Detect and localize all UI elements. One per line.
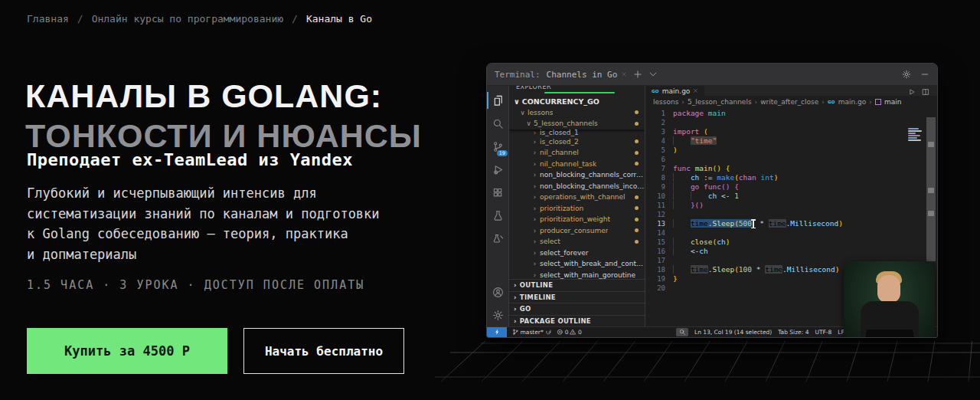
new-terminal-icon[interactable]	[633, 70, 642, 79]
crumb-folder[interactable]: write_after_close	[760, 98, 818, 106]
zoom-indicator[interactable]	[676, 328, 688, 336]
tree-item-5_lesson_channels[interactable]: ∨5_lesson_channels	[509, 118, 645, 130]
go-file-icon: GO	[828, 100, 835, 104]
tree-item-select_forever[interactable]: ›select_forever	[509, 248, 645, 259]
code-line[interactable]: 4 "time"	[645, 136, 937, 146]
remote-indicator[interactable]	[487, 327, 507, 337]
line-number: 3	[645, 127, 673, 136]
search-activity-button[interactable]	[487, 112, 508, 135]
chevron-right-icon: ›	[532, 260, 537, 267]
explorer-activity-button[interactable]	[487, 89, 508, 112]
sidebar-section-go[interactable]: ›GO	[509, 303, 645, 315]
minimize-icon[interactable]	[920, 70, 929, 79]
tree-item-label: prioritization	[540, 205, 583, 212]
close-icon[interactable]	[621, 71, 627, 77]
tree-item-label: is_closed_1	[540, 130, 579, 136]
code-line[interactable]: 9 go func() {	[645, 182, 937, 192]
code-line[interactable]: 16 <-ch	[645, 247, 937, 256]
code-line[interactable]: 10 ch <- 1	[645, 192, 937, 201]
workspace-root-folder[interactable]: ∨ CONCURRENCY_GO	[509, 96, 645, 107]
extensions-activity-button[interactable]	[487, 181, 508, 204]
tree-item-prioritization[interactable]: ›prioritization	[509, 203, 645, 215]
code-line[interactable]: 11 }()	[645, 201, 937, 210]
code-line[interactable]: 15 close(ch)	[645, 238, 937, 247]
code-line[interactable]: 8 ch := make(chan int)	[645, 173, 937, 182]
code-line[interactable]: 2	[645, 118, 937, 127]
code-line[interactable]: 7func main() {	[645, 164, 937, 173]
tree-item-non_blocking_channels_correct[interactable]: ›non_blocking_channels_correct	[509, 169, 645, 181]
testing-activity-button[interactable]	[487, 204, 508, 227]
tree-item-producer_consumer[interactable]: ›producer_consumer	[509, 225, 645, 237]
symbol-cube-icon	[875, 99, 881, 105]
tab-size[interactable]: Tab Size: 4	[778, 329, 808, 336]
encoding[interactable]: UTF-8	[815, 329, 831, 336]
code-line[interactable]: 1package main	[645, 109, 937, 118]
code-line[interactable]: 13 time.Sleep(500 * time.Millisecond)	[645, 219, 937, 228]
cursor-position[interactable]: Ln 13, Col 19 (14 selected)	[694, 329, 772, 336]
source-control-activity-button[interactable]: 19	[487, 135, 508, 158]
code-line[interactable]: 14	[645, 228, 937, 238]
magnifier-icon	[679, 329, 686, 336]
code-line[interactable]: 3import (	[645, 127, 937, 136]
account-button[interactable]	[487, 280, 508, 303]
tree-item-operations_with_channel[interactable]: ›operations_with_channel	[509, 192, 645, 203]
problems-status[interactable]: 0 0	[557, 329, 582, 336]
editor-tab-label: main.go	[662, 87, 691, 95]
start-free-button[interactable]: Начать бесплатно	[243, 328, 404, 374]
warning-icon	[570, 329, 577, 336]
test-adapter-activity-button[interactable]	[487, 227, 508, 250]
run-file-icon[interactable]	[908, 88, 916, 96]
chevron-right-icon: ›	[532, 271, 537, 279]
activity-bar: 19	[487, 86, 509, 326]
chevron-right-icon: ›	[532, 149, 537, 156]
terminal-tab[interactable]: Channels in Go	[547, 70, 628, 80]
modified-dot-icon	[635, 151, 639, 155]
code-line[interactable]: 12	[645, 210, 937, 219]
breadcrumb-home[interactable]: Главная	[27, 13, 69, 25]
crumb-file[interactable]: main.go	[838, 98, 867, 106]
sidebar-section-timeline[interactable]: ›TIMELINE	[509, 291, 645, 303]
crumb-lessons[interactable]: lessons	[653, 98, 678, 106]
tree-item-select_with_break_and_continue[interactable]: ›select_with_break_and_continue	[509, 258, 645, 270]
tree-item-select_with_main_goroutine[interactable]: ›select_with_main_goroutine	[509, 270, 645, 280]
tree-item-nil_channel[interactable]: ›nil_channel	[509, 147, 645, 159]
tree-item-select[interactable]: ›select	[509, 236, 645, 248]
tree-item-non_blocking_channels_incorrect[interactable]: ›non_blocking_channels_incorrect	[509, 181, 645, 192]
crumb-folder[interactable]: 5_lesson_channels	[688, 98, 752, 106]
buy-button[interactable]: Купить за 4500 Р	[27, 328, 227, 374]
minimap[interactable]	[908, 128, 925, 142]
editor-scrollbar[interactable]	[926, 117, 936, 261]
terminal-label: Terminal:	[495, 70, 541, 80]
code-line[interactable]: 5)	[645, 146, 937, 155]
line-number: 9	[645, 182, 673, 192]
close-icon[interactable]	[693, 88, 698, 93]
code-text: func main() {	[673, 164, 730, 173]
editor-tab-maingo[interactable]: GO main.go	[645, 86, 704, 96]
crumb-symbol[interactable]: main	[884, 98, 902, 106]
branch-name: master*	[521, 329, 544, 336]
tree-item-is_closed_1[interactable]: ›is_closed_1	[509, 130, 645, 136]
teacher-subtitle: Преподает ex-TeamLead из Yandex	[27, 150, 353, 169]
code-text: close(ch)	[673, 238, 730, 247]
modified-dot-icon	[635, 218, 639, 221]
chevron-right-icon: ›	[532, 193, 537, 201]
run-debug-activity-button[interactable]	[487, 158, 508, 181]
chevron-down-icon[interactable]	[648, 70, 658, 79]
tree-item-lessons[interactable]: ∨lessons	[509, 107, 645, 119]
sidebar-section-package-outline[interactable]: ›PACKAGE OUTLINE	[509, 315, 645, 327]
tree-item-is_closed_2[interactable]: ›is_closed_2	[509, 136, 645, 148]
line-number: 5	[645, 146, 673, 155]
sidebar-section-outline[interactable]: ›OUTLINE	[509, 279, 645, 291]
code-text: "time"	[673, 136, 717, 146]
code-line[interactable]: 6	[645, 155, 937, 164]
error-icon	[557, 329, 564, 336]
warning-count: 0	[578, 329, 582, 336]
git-branch-status[interactable]: master*	[512, 329, 551, 336]
breadcrumb-courses[interactable]: Онлайн курсы по программированию	[92, 13, 283, 25]
split-editor-icon[interactable]	[922, 88, 929, 96]
gear-icon[interactable]	[902, 70, 911, 79]
tree-item-prioritization_weight[interactable]: ›prioritization_weight	[509, 214, 645, 225]
settings-button[interactable]	[487, 303, 508, 326]
tree-item-label: lessons	[528, 109, 553, 116]
tree-item-nil_channel_task[interactable]: ›nil_channel_task	[509, 159, 645, 170]
